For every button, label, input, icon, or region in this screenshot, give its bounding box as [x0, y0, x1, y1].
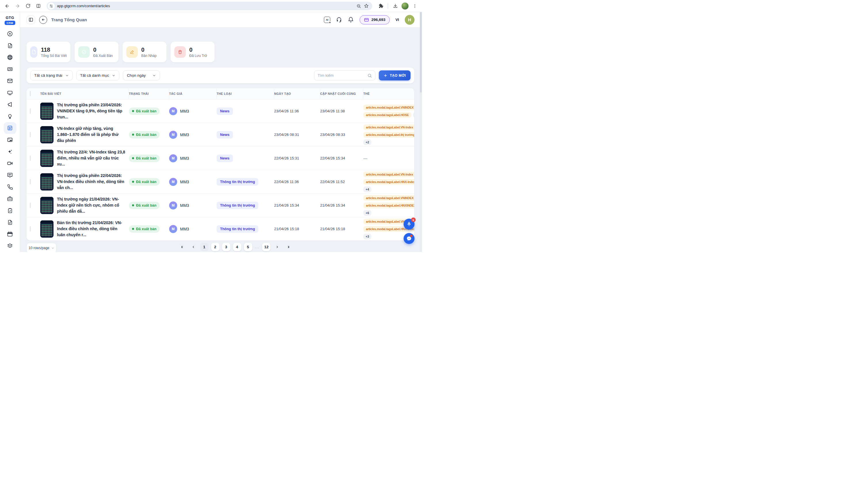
table-row[interactable]: Bản tin thị trường 21/04/2026: VN-Index …	[27, 217, 414, 240]
ai-assistant-icon[interactable]: AI✦	[324, 17, 330, 23]
tag-more-badge[interactable]: +6	[363, 210, 372, 216]
sidebar-item-monitor[interactable]	[4, 87, 16, 98]
row-checkbox[interactable]	[30, 226, 31, 232]
tag-more-badge[interactable]: +3	[363, 234, 372, 239]
address-bar[interactable]: app.gtgcrm.com/content/articles	[47, 2, 372, 10]
breadcrumb[interactable]: Trang Tổng Quan	[51, 17, 87, 22]
browser-back-button[interactable]	[3, 2, 12, 10]
col-created[interactable]: NGÀY TẠO	[274, 88, 320, 99]
sidebar-item-video[interactable]	[4, 158, 16, 169]
sidebar-item-article-doc[interactable]	[4, 40, 16, 51]
sidebar-item-media[interactable]	[4, 134, 16, 146]
monitor-icon	[7, 90, 13, 96]
sidebar-item-megaphone[interactable]	[4, 98, 16, 110]
sidebar-item-globe[interactable]	[4, 51, 16, 63]
col-tags[interactable]: THẺ	[363, 88, 411, 99]
row-checkbox[interactable]	[30, 132, 31, 137]
browser-menu-button[interactable]	[411, 2, 419, 10]
first-page-button[interactable]	[179, 243, 187, 251]
col-author[interactable]: TÁC GIẢ	[169, 88, 217, 99]
page-button-3[interactable]: 3	[222, 243, 230, 251]
sidebar-item-idea[interactable]	[4, 110, 16, 122]
scrollbar-thumb[interactable]	[420, 12, 422, 92]
promo-rocket-button[interactable]: 5	[403, 219, 414, 230]
table-row[interactable]: Thị trường giữa phiên 23/04/2026: VNINDE…	[27, 99, 414, 123]
col-status[interactable]: TRẠNG THÁI	[129, 88, 169, 99]
status-filter-dropdown[interactable]: Tất cả trạng thái	[30, 70, 73, 80]
article-title[interactable]: VN-Index giữ nhịp tăng, vùng 1.860–1.870…	[57, 126, 125, 144]
status-badge: Đã xuất bản	[129, 225, 160, 233]
table-row[interactable]: VN-Index giữ nhịp tăng, vùng 1.860–1.870…	[27, 123, 414, 146]
credits-pill[interactable]: 296,693	[360, 15, 390, 24]
tag-more-badge[interactable]: +4	[413, 112, 414, 118]
col-updated[interactable]: CẬP NHẬT CUỐI CÙNG	[320, 88, 363, 99]
col-title[interactable]: TÊN BÀI VIẾT	[40, 88, 129, 99]
sidebar-item-documents[interactable]	[4, 216, 16, 228]
page-button-5[interactable]: 5	[244, 243, 252, 251]
table-row[interactable]: Thị trường 22/4: VN-Index tăng 23,8 điểm…	[27, 146, 414, 170]
tag-more-badge[interactable]: +4	[363, 186, 372, 192]
zoom-out-icon[interactable]	[357, 4, 361, 8]
rows-per-page-label: 10 rows/page	[29, 246, 49, 250]
next-page-button[interactable]	[273, 243, 281, 251]
tags-cell: articles.modal.tagsLabel.VN-Index articl…	[363, 219, 411, 239]
sidebar-item-mail[interactable]	[4, 75, 16, 87]
url-text[interactable]: app.gtgcrm.com/content/articles	[57, 4, 357, 8]
sidebar-item-layers[interactable]	[4, 240, 16, 252]
category-filter-dropdown[interactable]: Tất cả danh mục	[76, 70, 120, 80]
row-checkbox[interactable]	[30, 179, 31, 184]
site-settings-icon[interactable]	[48, 3, 55, 10]
article-title[interactable]: Thị trường giữa phiên 23/04/2026: VNINDE…	[57, 102, 125, 120]
date-filter-dropdown[interactable]: Chọn ngày	[123, 70, 160, 80]
sidebar-item-briefcase[interactable]	[4, 193, 16, 204]
row-checkbox[interactable]	[30, 202, 31, 208]
chat-support-button[interactable]	[403, 233, 414, 244]
sidebar-item-clipboard[interactable]	[4, 204, 16, 216]
page-back-button[interactable]	[39, 16, 47, 24]
logo-badge: CRM	[5, 21, 15, 25]
page-button-1[interactable]: 1	[200, 243, 209, 251]
sidebar-item-phone[interactable]	[4, 181, 16, 193]
tag-badge: articles.modal.tagsLabel.HNX-Index	[363, 179, 414, 185]
user-avatar[interactable]: H	[405, 15, 414, 25]
language-switcher[interactable]: VI	[396, 18, 399, 22]
sidebar-item-calendar[interactable]	[4, 228, 16, 240]
tag-more-badge[interactable]: +2	[363, 139, 372, 145]
search-icon[interactable]	[367, 73, 372, 78]
select-all-checkbox[interactable]	[30, 91, 31, 96]
rows-per-page-select[interactable]: 10 rows/page	[27, 243, 56, 252]
sidebar-item-comments[interactable]	[4, 169, 16, 181]
notification-bell-icon[interactable]	[348, 17, 354, 23]
browser-forward-button[interactable]	[13, 2, 22, 10]
table-row[interactable]: Thị trường giữa phiên 22/04/2026: VN-Ind…	[27, 170, 414, 193]
bookmark-star-icon[interactable]	[364, 3, 369, 8]
browser-split-view-button[interactable]	[34, 2, 42, 10]
table-row[interactable]: Thị trường ngày 21/04/2026: VN-Index giữ…	[27, 193, 414, 217]
row-checkbox[interactable]	[30, 156, 31, 161]
sidebar-item-ai[interactable]	[4, 146, 16, 158]
sidebar-item-task-list[interactable]	[4, 63, 16, 75]
extensions-button[interactable]	[376, 2, 385, 10]
sidebar-item-articles[interactable]	[4, 122, 16, 134]
article-title[interactable]: Thị trường ngày 21/04/2026: VN-Index giữ…	[57, 196, 125, 214]
col-category[interactable]: THỂ LOẠI	[217, 88, 274, 99]
task-list-icon	[7, 66, 13, 72]
article-title[interactable]: Thị trường 22/4: VN-Index tăng 23,8 điểm…	[57, 149, 125, 167]
prev-page-button[interactable]	[190, 243, 197, 251]
row-checkbox[interactable]	[30, 108, 31, 114]
headset-support-icon[interactable]	[336, 17, 342, 23]
browser-profile-avatar[interactable]	[401, 2, 409, 10]
sidebar-toggle-button[interactable]	[27, 16, 35, 24]
browser-reload-button[interactable]	[23, 2, 32, 10]
sidebar-item-navigation[interactable]	[4, 28, 16, 40]
article-title[interactable]: Thị trường giữa phiên 22/04/2026: VN-Ind…	[57, 173, 125, 191]
search-input[interactable]	[317, 73, 365, 77]
page-button-2[interactable]: 2	[211, 243, 220, 251]
page-button-last[interactable]: 12	[262, 243, 271, 251]
page-button-4[interactable]: 4	[233, 243, 241, 251]
create-new-button[interactable]: TẠO MỚI	[379, 70, 411, 80]
last-page-button[interactable]	[283, 243, 292, 251]
article-title[interactable]: Bản tin thị trường 21/04/2026: VN-Index …	[57, 220, 125, 238]
app-scrollbar[interactable]	[420, 12, 422, 252]
downloads-button[interactable]	[391, 2, 399, 10]
